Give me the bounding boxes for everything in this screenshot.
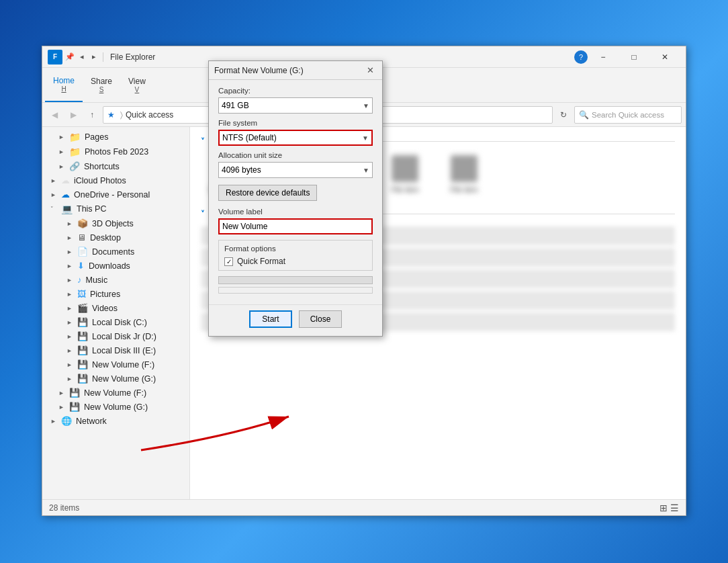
quick-format-row: ✓ Quick Format bbox=[224, 257, 367, 266]
pin-icon[interactable]: 📌 bbox=[64, 51, 76, 63]
sidebar-item-documents[interactable]: ► 📄 Documents bbox=[42, 245, 189, 259]
search-box[interactable]: 🔍 Search Quick access bbox=[574, 106, 682, 124]
chevron-icon: ► bbox=[66, 277, 73, 284]
chevron-down-icon: ˅ bbox=[201, 137, 205, 146]
chevron-icon: ► bbox=[66, 234, 73, 241]
select-arrow-icon: ▼ bbox=[363, 167, 369, 174]
close-dialog-button[interactable]: Close bbox=[299, 310, 342, 328]
sidebar-item-shortcuts[interactable]: ► 🔗 Shortcuts bbox=[42, 159, 189, 173]
search-placeholder: Search Quick access bbox=[592, 111, 664, 119]
refresh-button[interactable]: ↻ bbox=[555, 107, 572, 123]
help-icon[interactable]: ? bbox=[574, 50, 588, 64]
chevron-icon: ► bbox=[66, 305, 73, 312]
sidebar-label-pictures: Pictures bbox=[90, 290, 120, 299]
chevron-icon: ► bbox=[66, 333, 73, 340]
chevron-icon: ► bbox=[58, 134, 65, 140]
sidebar-label-network: Network bbox=[76, 417, 107, 426]
sidebar-item-music[interactable]: ► ♪ Music bbox=[42, 273, 189, 287]
doc-icon: 📄 bbox=[77, 247, 88, 257]
allocation-select[interactable]: 4096 bytes ▼ bbox=[218, 162, 373, 178]
sidebar-item-network[interactable]: ► 🌐 Network bbox=[42, 414, 189, 428]
dialog-title: Format New Volume (G:) bbox=[214, 66, 304, 75]
sidebar: ► 📁 Pages ► 📁 Photos Feb 2023 ► 🔗 Shortc… bbox=[42, 127, 190, 499]
chevron-icon: ► bbox=[66, 220, 73, 227]
sidebar-item-pages[interactable]: ► 📁 Pages bbox=[42, 130, 189, 144]
tab-share-letter: S bbox=[99, 86, 104, 93]
file-item-generic1[interactable]: File item bbox=[378, 151, 432, 198]
sidebar-item-locald[interactable]: ► 💾 Local Disk Jr (D:) bbox=[42, 329, 189, 343]
capacity-select[interactable]: 491 GB ▼ bbox=[218, 97, 373, 114]
sidebar-item-icloud[interactable]: ► ☁ iCloud Photos bbox=[42, 173, 189, 187]
minimize-button[interactable]: − bbox=[588, 46, 619, 68]
forward-button[interactable]: ▶ bbox=[65, 107, 81, 123]
file-name: File item bbox=[450, 185, 478, 194]
chevron-icon: ► bbox=[58, 163, 65, 170]
chevron-icon: ► bbox=[58, 148, 65, 155]
tab-view[interactable]: View V bbox=[120, 68, 154, 102]
chevron-down-icon2: ˅ bbox=[201, 210, 205, 218]
sidebar-item-3d[interactable]: ► 📦 3D Objects bbox=[42, 216, 189, 230]
sidebar-label-thispc: This PC bbox=[77, 204, 106, 214]
tab-share[interactable]: Share S bbox=[83, 68, 120, 102]
sidebar-item-photos[interactable]: ► 📁 Photos Feb 2023 bbox=[42, 144, 189, 159]
select-arrow-icon: ▼ bbox=[362, 134, 369, 142]
sidebar-item-newvolg2[interactable]: ► 💾 New Volume (G:) bbox=[42, 400, 189, 414]
quick-access-icon: F bbox=[48, 50, 62, 64]
folder-icon: 📁 bbox=[69, 132, 81, 142]
tab-home[interactable]: Home H bbox=[45, 68, 83, 102]
sidebar-item-downloads[interactable]: ► ⬇ Downloads bbox=[42, 259, 189, 273]
music-icon: ♪ bbox=[77, 275, 82, 285]
sidebar-label-icloud: iCloud Photos bbox=[74, 176, 126, 185]
maximize-button[interactable]: □ bbox=[619, 46, 649, 68]
onedrive-icon: ☁ bbox=[61, 189, 70, 200]
close-button[interactable]: ✕ bbox=[649, 46, 680, 68]
sidebar-label-music: Music bbox=[86, 275, 108, 285]
back-icon[interactable]: ◂ bbox=[76, 51, 88, 63]
forward-icon-tb[interactable]: ▸ bbox=[88, 51, 100, 63]
capacity-label: Capacity: bbox=[218, 87, 373, 95]
back-button[interactable]: ◀ bbox=[46, 107, 62, 123]
dialog-close-button[interactable]: ✕ bbox=[363, 64, 377, 77]
sidebar-item-pictures[interactable]: ► 🖼 Pictures bbox=[42, 287, 189, 301]
sidebar-item-locale[interactable]: ► 💾 Local Disk III (E:) bbox=[42, 343, 189, 357]
list-view-icon[interactable]: ☰ bbox=[670, 503, 679, 513]
sidebar-label-locale: Local Disk III (E:) bbox=[92, 346, 156, 355]
sidebar-label-downloads: Downloads bbox=[89, 261, 130, 271]
quick-format-checkbox[interactable]: ✓ bbox=[224, 257, 233, 266]
sidebar-item-desktop[interactable]: ► 🖥 Desktop bbox=[42, 230, 189, 245]
sidebar-item-videos[interactable]: ► 🎬 Videos bbox=[42, 301, 189, 315]
quick-access-star: ★ bbox=[107, 110, 115, 120]
sidebar-label-pages: Pages bbox=[85, 132, 108, 142]
chevron-icon: ˅ bbox=[50, 206, 57, 212]
format-dialog: Format New Volume (G:) ✕ Capacity: 491 G… bbox=[208, 60, 383, 337]
dialog-body: Capacity: 491 GB ▼ File system NTFS (Def… bbox=[209, 80, 382, 300]
sidebar-item-thispc[interactable]: ˅ 💻 This PC bbox=[42, 202, 189, 216]
sidebar-label-shortcuts: Shortcuts bbox=[84, 162, 120, 171]
network-icon: 🌐 bbox=[61, 416, 72, 426]
sidebar-label-localc: Local Disk (C:) bbox=[92, 318, 147, 327]
volume-label-input[interactable] bbox=[218, 218, 373, 234]
restore-defaults-button[interactable]: Restore device defaults bbox=[218, 185, 317, 201]
sidebar-item-onedrive[interactable]: ► ☁ OneDrive - Personal bbox=[42, 187, 189, 202]
start-button[interactable]: Start bbox=[249, 310, 292, 328]
chevron-icon: ► bbox=[66, 263, 73, 269]
sidebar-label-onedrive: OneDrive - Personal bbox=[74, 190, 150, 200]
sidebar-item-newvolf[interactable]: ► 💾 New Volume (F:) bbox=[42, 357, 189, 372]
sidebar-item-newvolf2[interactable]: ► 💾 New Volume (F:) bbox=[42, 386, 189, 400]
up-button[interactable]: ↑ bbox=[84, 107, 100, 123]
sidebar-item-newvolg[interactable]: ► 💾 New Volume (G:) bbox=[42, 372, 189, 386]
3d-icon: 📦 bbox=[77, 218, 88, 228]
select-arrow-icon: ▼ bbox=[363, 102, 369, 110]
sidebar-item-localc[interactable]: ► 💾 Local Disk (C:) bbox=[42, 315, 189, 329]
pictures-icon: 🖼 bbox=[77, 289, 86, 299]
progress-bar-container bbox=[218, 276, 373, 284]
address-sep: 〉 bbox=[120, 110, 123, 120]
chevron-icon: ► bbox=[66, 319, 73, 326]
grid-view-icon[interactable]: ⊞ bbox=[659, 503, 668, 513]
drive-icon: 💾 bbox=[77, 331, 88, 341]
file-item-generic2[interactable]: File item bbox=[437, 151, 491, 198]
chevron-icon: ► bbox=[50, 191, 57, 198]
chevron-icon: ► bbox=[50, 418, 57, 425]
sidebar-label-newvolf: New Volume (F:) bbox=[92, 360, 154, 370]
filesystem-select[interactable]: NTFS (Default) ▼ bbox=[218, 130, 373, 146]
